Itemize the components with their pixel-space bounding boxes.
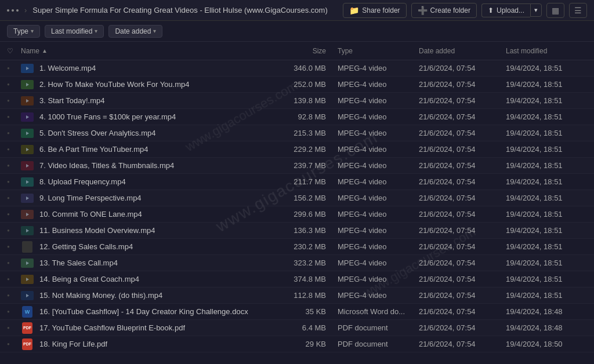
file-type: PDF document xyxy=(338,340,419,348)
top-bar: › Super Simple Formula For Creating Grea… xyxy=(0,0,594,21)
file-size: 229.2 MB xyxy=(285,145,338,154)
grid-view-button[interactable]: ▦ xyxy=(546,3,564,18)
date-added-caret: ▾ xyxy=(153,28,156,34)
table-row[interactable]: ● 11. Business Model Overview.mp4 136.3 … xyxy=(0,223,594,239)
file-name-cell: 11. Business Model Overview.mp4 xyxy=(21,224,285,237)
table-row[interactable]: ● 10. Commit To ONE Lane.mp4 299.6 MB MP… xyxy=(0,206,594,223)
file-type: MPEG-4 video xyxy=(338,64,419,72)
table-row[interactable]: ● 9. Long Time Perspective.mp4 156.2 MB … xyxy=(0,190,594,206)
table-row[interactable]: ● 5. Don't Stress Over Analytics.mp4 215… xyxy=(0,125,594,141)
favorite-indicator: ● xyxy=(7,325,21,330)
table-row[interactable]: ● 6. Be A Part Time YouTuber.mp4 229.2 M… xyxy=(0,141,594,158)
svg-marker-13 xyxy=(26,294,29,297)
file-name-cell: 8. Upload Frequency.mp4 xyxy=(21,176,285,188)
favorite-indicator: ● xyxy=(7,212,21,217)
bullet-dot: ● xyxy=(7,276,10,282)
col-fav-header: ♡ xyxy=(7,47,21,55)
file-name-text: 14. Being a Great Coach.mp4 xyxy=(39,275,139,283)
favorite-indicator: ● xyxy=(7,195,21,201)
table-row[interactable]: ● 8. Upload Frequency.mp4 211.7 MB MPEG-… xyxy=(0,174,594,190)
file-name-text: 6. Be A Part Time YouTuber.mp4 xyxy=(39,145,148,154)
bullet-dot: ● xyxy=(7,309,10,314)
file-last-modified: 19/4/2024, 18:51 xyxy=(506,242,587,251)
svg-marker-11 xyxy=(26,261,29,265)
date-added-filter-button[interactable]: Date added ▾ xyxy=(108,25,162,38)
file-name-text: 13. The Sales Call.mp4 xyxy=(39,259,118,267)
table-row[interactable]: ● 4. 1000 True Fans = $100k per year.mp4… xyxy=(0,109,594,125)
file-type: MPEG-4 video xyxy=(338,80,419,89)
file-size: 239.7 MB xyxy=(285,161,338,170)
file-size: 136.3 MB xyxy=(285,226,338,235)
type-filter-button[interactable]: Type ▾ xyxy=(7,25,40,38)
table-row[interactable]: ● 15. Not Making Money. (do this).mp4 11… xyxy=(0,287,594,304)
bullet-dot: ● xyxy=(7,65,10,71)
table-row[interactable]: ● 13. The Sales Call.mp4 323.2 MB MPEG-4… xyxy=(0,255,594,271)
table-row[interactable]: ● PDF 18. King For Life.pdf 29 KB PDF do… xyxy=(0,336,594,352)
file-last-modified: 19/4/2024, 18:51 xyxy=(506,194,587,202)
favorite-indicator: ● xyxy=(7,130,21,136)
bullet-dot: ● xyxy=(7,130,10,136)
col-dateadded-header[interactable]: Date added xyxy=(419,47,506,55)
upload-dropdown-button[interactable]: ▾ xyxy=(530,3,542,17)
favorite-indicator: ● xyxy=(7,228,21,233)
file-name-cell: 4. 1000 True Fans = $100k per year.mp4 xyxy=(21,111,285,123)
file-size: 139.8 MB xyxy=(285,96,338,105)
file-list: ● 1. Welcome.mp4 346.0 MB MPEG-4 video 2… xyxy=(0,60,594,364)
list-view-button[interactable]: ☰ xyxy=(569,3,587,18)
create-folder-button[interactable]: ➕ Create folder xyxy=(411,3,477,18)
type-filter-label: Type xyxy=(13,27,28,35)
file-last-modified: 19/4/2024, 18:51 xyxy=(506,177,587,186)
table-row[interactable]: ● 14. Being a Great Coach.mp4 374.8 MB M… xyxy=(0,271,594,287)
file-type-icon xyxy=(21,78,34,91)
favorite-indicator: ● xyxy=(7,276,21,282)
bullet-dot: ● xyxy=(7,147,10,152)
table-row[interactable]: ● 12. Getting Sales Calls.mp4 230.2 MB M… xyxy=(0,239,594,255)
file-last-modified: 19/4/2024, 18:51 xyxy=(506,259,587,267)
table-row[interactable]: ● 2. How To Make YouTube Work For You.mp… xyxy=(0,77,594,93)
col-size-header[interactable]: Size xyxy=(285,47,338,55)
file-last-modified: 19/4/2024, 18:51 xyxy=(506,226,587,235)
file-last-modified: 19/4/2024, 18:51 xyxy=(506,112,587,121)
table-row[interactable]: ● 3. Start Today!.mp4 139.8 MB MPEG-4 vi… xyxy=(0,93,594,109)
file-name-cell: 13. The Sales Call.mp4 xyxy=(21,257,285,270)
share-label: Share folder xyxy=(362,6,400,14)
col-lastmod-header[interactable]: Last modified xyxy=(506,47,587,55)
file-size: 35 KB xyxy=(285,307,338,316)
bullet-dot: ● xyxy=(7,82,10,87)
table-row[interactable]: ● 1. Welcome.mp4 346.0 MB MPEG-4 video 2… xyxy=(0,60,594,77)
file-last-modified: 19/4/2024, 18:51 xyxy=(506,291,587,300)
file-last-modified: 19/4/2024, 18:48 xyxy=(506,307,587,316)
file-type: MPEG-4 video xyxy=(338,259,419,267)
file-type: Microsoft Word do... xyxy=(338,307,419,316)
file-size: 323.2 MB xyxy=(285,259,338,267)
col-type-header[interactable]: Type xyxy=(338,47,419,55)
file-name-cell: 9. Long Time Perspective.mp4 xyxy=(21,192,285,205)
table-row[interactable]: ● W 16. [YouTube Cashflow] - 14 Day Crea… xyxy=(0,304,594,320)
heart-icon: ♡ xyxy=(7,47,13,55)
file-name-text: 7. Video Ideas, Titles & Thumbnails.mp4 xyxy=(39,161,174,170)
breadcrumb-separator: › xyxy=(24,6,27,14)
file-size: 230.2 MB xyxy=(285,242,338,251)
svg-marker-10 xyxy=(26,229,29,232)
more-options-button[interactable] xyxy=(7,9,19,12)
favorite-indicator: ● xyxy=(7,82,21,87)
file-name-cell: 3. Start Today!.mp4 xyxy=(21,94,285,107)
file-size: 112.8 MB xyxy=(285,291,338,300)
file-size: 6.4 MB xyxy=(285,323,338,332)
file-size: 346.0 MB xyxy=(285,64,338,72)
breadcrumb-title: Super Simple Formula For Creating Great … xyxy=(32,6,338,14)
upload-main-button[interactable]: ⬆ Upload... xyxy=(481,3,530,17)
file-date-added: 21/6/2024, 07:54 xyxy=(419,226,506,235)
file-type-icon xyxy=(21,208,34,221)
file-date-added: 21/6/2024, 07:54 xyxy=(419,194,506,202)
file-type: MPEG-4 video xyxy=(338,226,419,235)
table-header: ♡ Name ▲ Size Type Date added Last modif… xyxy=(0,42,594,60)
file-name-text: 16. [YouTube Cashflow] - 14 Day Creator … xyxy=(39,307,248,316)
file-name-cell: 12. Getting Sales Calls.mp4 xyxy=(21,241,285,253)
share-folder-button[interactable]: 📁 Share folder xyxy=(343,3,406,18)
col-name-header[interactable]: Name ▲ xyxy=(21,47,285,55)
last-modified-filter-button[interactable]: Last modified ▾ xyxy=(45,25,104,38)
table-row[interactable]: ● 7. Video Ideas, Titles & Thumbnails.mp… xyxy=(0,158,594,174)
table-row[interactable]: ● PDF 17. YouTube Cashflow Blueprint E-b… xyxy=(0,320,594,336)
file-name-cell: 15. Not Making Money. (do this).mp4 xyxy=(21,289,285,302)
